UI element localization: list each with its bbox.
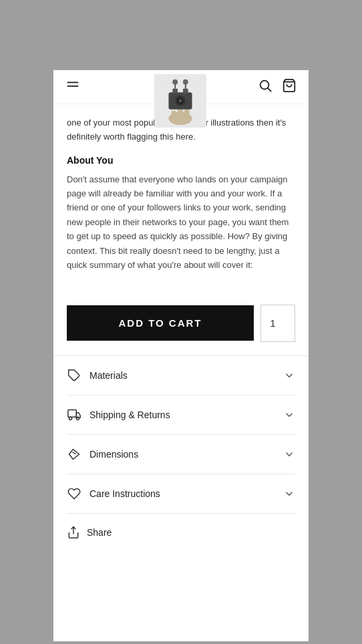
accordion-left-materials: Materials: [67, 368, 128, 383]
share-icon: [67, 526, 80, 539]
phone-frame: one of your most popular graphics or ill…: [53, 70, 309, 641]
truck-icon: [67, 408, 81, 422]
cart-section: ADD TO CART: [53, 286, 309, 355]
cart-icon[interactable]: [282, 78, 297, 96]
accordion-item-shipping[interactable]: Shipping & Returns: [67, 395, 295, 435]
accordion-left-shipping: Shipping & Returns: [67, 408, 170, 422]
chevron-down-icon-shipping: [283, 409, 295, 421]
share-section[interactable]: Share: [53, 514, 309, 551]
materials-label: Materials: [89, 370, 128, 381]
svg-point-23: [76, 417, 79, 420]
svg-line-18: [268, 88, 271, 92]
about-title: About You: [67, 155, 295, 166]
content-area: one of your most popular graphics or ill…: [53, 104, 309, 286]
hamburger-icon[interactable]: [65, 78, 80, 96]
accordion-item-care[interactable]: Care Instructions: [67, 474, 295, 514]
svg-point-16: [183, 79, 188, 85]
chevron-down-icon-care: [283, 488, 295, 500]
header: [53, 70, 309, 104]
accordion-item-materials[interactable]: Materials: [67, 356, 295, 395]
share-label: Share: [87, 527, 112, 538]
add-to-cart-button[interactable]: ADD TO CART: [67, 305, 254, 341]
svg-rect-21: [68, 410, 77, 417]
svg-point-17: [260, 81, 269, 90]
shipping-label: Shipping & Returns: [89, 410, 170, 420]
care-label: Care Instructions: [89, 488, 160, 499]
about-section: About You Don't assume that everyone who…: [67, 144, 295, 273]
dimensions-label: Dimensions: [89, 449, 138, 460]
svg-rect-11: [172, 88, 178, 94]
svg-rect-12: [183, 88, 188, 94]
heart-icon: [67, 486, 81, 501]
accordion-item-dimensions[interactable]: Dimensions: [67, 435, 295, 474]
quantity-input[interactable]: [260, 305, 295, 342]
about-body: Don't assume that everyone who lands on …: [67, 172, 295, 273]
svg-rect-4: [171, 111, 176, 123]
svg-line-24: [73, 452, 76, 454]
ruler-icon: [67, 447, 81, 462]
header-right-icons: [258, 78, 297, 96]
svg-point-22: [69, 417, 72, 420]
tag-icon: [67, 368, 81, 383]
chevron-down-icon-dimensions: [283, 448, 295, 460]
accordion-left-dimensions: Dimensions: [67, 447, 138, 462]
svg-rect-6: [184, 110, 190, 123]
svg-rect-5: [178, 108, 183, 122]
accordion-list: Materials Shipping & Return: [53, 355, 309, 514]
accordion-left-care: Care Instructions: [67, 486, 160, 501]
search-icon[interactable]: [258, 78, 273, 96]
store-logo[interactable]: [154, 73, 208, 130]
svg-point-10: [179, 100, 182, 103]
svg-point-15: [172, 79, 178, 85]
chevron-down-icon-materials: [283, 369, 295, 381]
